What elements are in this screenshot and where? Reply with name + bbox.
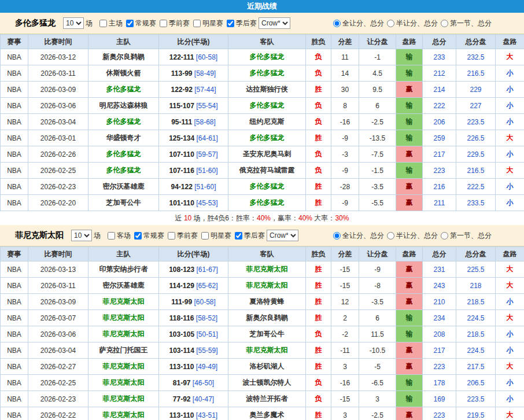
radio-half-handicap[interactable]: 半让分、总分 xyxy=(384,19,438,28)
games-count-select[interactable]: 10 xyxy=(63,17,84,29)
date-cell: 2026-02-23 xyxy=(28,391,88,407)
home-team-cell: 菲尼克斯太阳 xyxy=(88,310,159,326)
total-cell: 214 xyxy=(423,82,456,98)
radio-first-quarter[interactable]: 第一节、总分 xyxy=(438,231,492,241)
home-team-cell: 多伦多猛龙 xyxy=(88,146,159,163)
total-line-cell: 232.5 xyxy=(456,49,496,65)
league-cell: NBA xyxy=(1,146,28,163)
away-team-cell: 奥兰多魔术 xyxy=(228,407,306,420)
away-team-cell: 圣安东尼奥马刺 xyxy=(228,146,306,163)
date-cell: 2026-02-23 xyxy=(28,179,88,195)
result-cell: 负 xyxy=(306,391,331,407)
checkbox-preseason[interactable]: 季前赛 xyxy=(156,19,190,28)
total-line-cell: 223.5 xyxy=(456,114,496,130)
diff-cell: -11 xyxy=(331,342,359,359)
full-handicap-radio[interactable] xyxy=(333,20,341,27)
diff-cell: -3 xyxy=(331,146,359,163)
diff-cell: 2 xyxy=(331,310,359,326)
score-cell: 81-97 [46-50] xyxy=(159,375,228,391)
score-cell: 107-110 [59-57] xyxy=(159,146,228,163)
radio-half-handicap[interactable]: 半让分、总分 xyxy=(384,231,438,241)
allstar-checkbox[interactable] xyxy=(193,20,201,27)
total-line-cell: 229 xyxy=(456,82,496,98)
home-team-cell: 明尼苏达森林狼 xyxy=(88,98,159,114)
total-trend-cell: 大 xyxy=(496,261,524,278)
game-row: NBA2026-03-04萨克拉门托国王103-114 [55-59]菲尼克斯太… xyxy=(1,342,524,359)
home-team-cell: 芝加哥公牛 xyxy=(88,195,159,211)
full-handicap-radio[interactable] xyxy=(333,232,341,240)
handicap-trend-cell: 输 xyxy=(396,114,423,130)
total-trend-cell: 大 xyxy=(496,359,524,375)
checkbox-venue[interactable]: 客场 xyxy=(104,231,131,241)
game-row: NBA2026-02-27菲尼克斯太阳113-110 [49-49]洛杉矶湖人胜… xyxy=(1,359,524,375)
checkbox-regular-season[interactable]: 常规赛 xyxy=(131,231,164,241)
game-row: NBA2026-03-04多伦多猛龙95-111 [58-68]纽约尼克斯负-1… xyxy=(1,114,524,130)
total-trend-cell: 小 xyxy=(496,391,524,407)
game-row: NBA2026-03-13印第安纳步行者108-123 [61-67]菲尼克斯太… xyxy=(1,261,524,278)
total-line-cell: 226.5 xyxy=(456,130,496,146)
preseason-checkbox[interactable] xyxy=(160,20,167,27)
first-quarter-radio[interactable] xyxy=(441,232,448,240)
bookmaker-select[interactable]: Crow* xyxy=(259,17,290,29)
home-team-cell: 密尔沃基雄鹿 xyxy=(88,278,159,294)
handicap-cell: 4.5 xyxy=(359,65,396,82)
preseason-checkbox[interactable] xyxy=(168,232,175,240)
score-cell: 95-111 [58-68] xyxy=(159,114,228,130)
result-cell: 胜 xyxy=(306,179,331,195)
total-trend-cell: 小 xyxy=(496,195,524,211)
regular-season-checkbox[interactable] xyxy=(134,232,142,240)
score-cell: 103-114 [55-59] xyxy=(159,342,228,359)
half-handicap-radio[interactable] xyxy=(387,20,394,27)
games-count-select[interactable]: 10 xyxy=(71,230,92,241)
total-trend-cell: 大 xyxy=(496,278,524,294)
league-cell: NBA xyxy=(1,310,28,326)
first-quarter-radio[interactable] xyxy=(441,20,448,27)
recent-results-page: 近期战绩 多伦多猛龙 10 场 主场 常规赛 季前赛 明星赛 季后赛 Cro xyxy=(0,0,524,420)
total-line-cell: 217.5 xyxy=(456,359,496,375)
checkbox-regular-season[interactable]: 常规赛 xyxy=(123,19,156,28)
radio-full-handicap[interactable]: 全让分、总分 xyxy=(330,231,384,241)
total-trend-cell: 小 xyxy=(496,146,524,163)
total-line-cell: 216.5 xyxy=(456,65,496,82)
home-team-cell: 菲尼克斯太阳 xyxy=(88,391,159,407)
summary-text: 大率： xyxy=(312,214,335,222)
result-cell: 胜 xyxy=(306,407,331,420)
col-total: 总分 xyxy=(423,247,456,261)
score-cell: 111-99 [60-58] xyxy=(159,294,228,310)
handicap-cell: -10.5 xyxy=(359,342,396,359)
score-cell: 125-134 [64-61] xyxy=(159,130,228,146)
league-cell: NBA xyxy=(1,375,28,391)
radio-first-quarter[interactable]: 第一节、总分 xyxy=(438,19,492,28)
checkbox-allstar[interactable]: 明星赛 xyxy=(190,19,223,28)
total-cell: 233 xyxy=(423,49,456,65)
venue-checkbox[interactable] xyxy=(99,20,107,27)
playoffs-checkbox[interactable] xyxy=(235,232,242,240)
date-cell: 2026-03-04 xyxy=(28,114,88,130)
home-team-cell: 菲尼克斯太阳 xyxy=(88,326,159,342)
checkbox-preseason[interactable]: 季前赛 xyxy=(164,231,198,241)
allstar-checkbox[interactable] xyxy=(201,232,209,240)
checkbox-playoffs[interactable]: 季后赛 xyxy=(231,231,265,241)
diff-cell: -16 xyxy=(331,375,359,391)
regular-season-checkbox[interactable] xyxy=(126,20,134,27)
total-line-cell: 224.5 xyxy=(456,342,496,359)
league-cell: NBA xyxy=(1,98,28,114)
radio-full-handicap[interactable]: 全让分、总分 xyxy=(330,19,384,28)
home-team-cell: 菲尼克斯太阳 xyxy=(88,375,159,391)
home-team-cell: 菲尼克斯太阳 xyxy=(88,407,159,420)
away-team-cell: 波士顿凯尔特人 xyxy=(228,375,306,391)
diff-cell: 3 xyxy=(331,407,359,420)
bookmaker-select[interactable]: Crow* xyxy=(267,230,298,241)
away-team-cell: 菲尼克斯太阳 xyxy=(228,342,306,359)
checkbox-playoffs[interactable]: 季后赛 xyxy=(223,19,257,28)
total-line-cell: 223.5 xyxy=(456,391,496,407)
handicap-cell: -1.5 xyxy=(359,163,396,179)
checkbox-venue[interactable]: 主场 xyxy=(96,19,123,28)
checkbox-allstar[interactable]: 明星赛 xyxy=(198,231,231,241)
section-team-name: 菲尼克斯太阳 xyxy=(15,230,64,241)
total-line-cell: 224.5 xyxy=(456,310,496,326)
playoffs-checkbox[interactable] xyxy=(227,20,234,27)
venue-checkbox[interactable] xyxy=(108,232,115,240)
total-line-cell: 229.5 xyxy=(456,146,496,163)
half-handicap-radio[interactable] xyxy=(387,232,394,240)
